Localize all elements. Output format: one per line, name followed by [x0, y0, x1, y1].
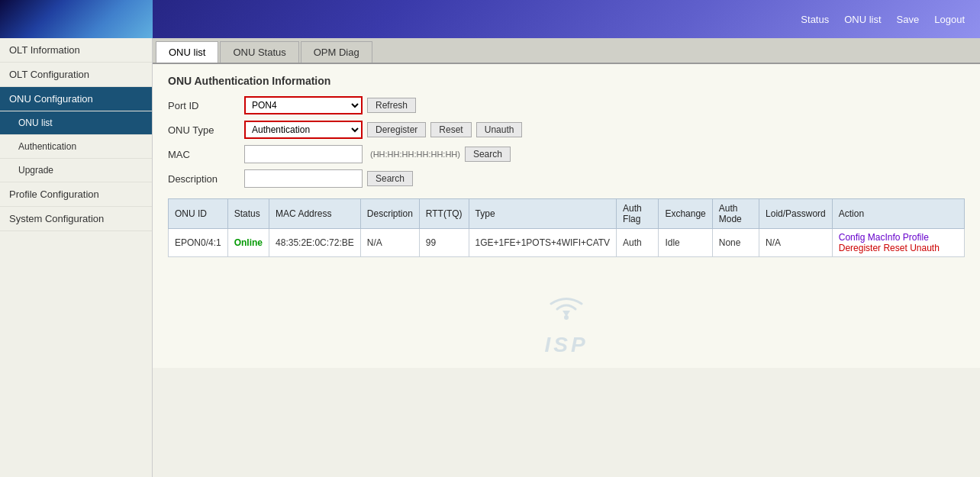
- reset-button[interactable]: Reset: [430, 122, 471, 137]
- description-search-button[interactable]: Search: [367, 171, 413, 186]
- onu-type-row: ONU Type All Authentication Plug and Pla…: [168, 121, 965, 139]
- port-id-label: Port ID: [168, 100, 244, 111]
- action-config[interactable]: Config: [839, 232, 866, 243]
- description-label: Description: [168, 173, 244, 185]
- refresh-button[interactable]: Refresh: [367, 98, 416, 113]
- col-loid-password: Loid/Password: [759, 199, 833, 229]
- mac-hint: (HH:HH:HH:HH:HH:HH): [370, 150, 460, 159]
- cell-action: Config MacInfo Profile Deregister Reset …: [832, 229, 964, 257]
- svg-point-0: [564, 315, 569, 320]
- port-id-control: PON1 PON2 PON3 PON4 PON5 PON6 PON7 PON8 …: [244, 96, 416, 114]
- cell-exchange: Idle: [659, 229, 712, 257]
- mac-label: MAC: [168, 149, 244, 160]
- col-auth-mode: Auth Mode: [712, 199, 759, 229]
- col-status: Status: [227, 199, 269, 229]
- nav-save[interactable]: Save: [897, 14, 920, 25]
- col-rtt: RTT(TQ): [419, 199, 469, 229]
- sidebar-item-upgrade[interactable]: Upgrade: [0, 159, 152, 182]
- description-row: Description Search: [168, 169, 965, 188]
- watermark-text: ISP: [168, 333, 965, 357]
- sidebar-item-olt-configuration[interactable]: OLT Configuration: [0, 63, 152, 87]
- sidebar: OLT Information OLT Configuration ONU Co…: [0, 38, 153, 477]
- main-layout: OLT Information OLT Configuration ONU Co…: [0, 38, 980, 477]
- wifi-icon: [168, 288, 965, 333]
- sidebar-item-onu-configuration[interactable]: ONU Configuration: [0, 87, 152, 111]
- sidebar-item-profile-configuration[interactable]: Profile Configuration: [0, 182, 152, 207]
- nav-logout[interactable]: Logout: [934, 14, 965, 25]
- content-area: ONU list ONU Status OPM Diag ONU Authent…: [153, 38, 980, 477]
- col-action: Action: [832, 199, 964, 229]
- description-input[interactable]: [244, 169, 363, 188]
- col-onu-id: ONU ID: [169, 199, 228, 229]
- mac-row: MAC (HH:HH:HH:HH:HH:HH) Search: [168, 145, 965, 163]
- sidebar-item-onu-list[interactable]: ONU list: [0, 111, 152, 135]
- action-deregister[interactable]: Deregister: [839, 243, 881, 253]
- tab-onu-status[interactable]: ONU Status: [220, 41, 298, 63]
- col-description: Description: [360, 199, 419, 229]
- port-id-row: Port ID PON1 PON2 PON3 PON4 PON5 PON6 PO…: [168, 96, 965, 114]
- sidebar-item-system-configuration[interactable]: System Configuration: [0, 207, 152, 231]
- mac-search-button[interactable]: Search: [465, 147, 511, 162]
- col-mac-address: MAC Address: [269, 199, 361, 229]
- action-unauth[interactable]: Unauth: [910, 243, 940, 253]
- tab-opm-diag[interactable]: OPM Diag: [301, 41, 372, 63]
- mac-input[interactable]: [244, 145, 363, 163]
- sidebar-item-authentication[interactable]: Authentication: [0, 135, 152, 159]
- tab-bar: ONU list ONU Status OPM Diag: [153, 38, 980, 64]
- cell-onu-id: EPON0/4:1: [169, 229, 228, 257]
- onu-type-control: All Authentication Plug and Play Deregis…: [244, 121, 522, 139]
- cell-type: 1GE+1FE+1POTS+4WIFI+CATV: [469, 229, 617, 257]
- mac-control: (HH:HH:HH:HH:HH:HH) Search: [244, 145, 511, 163]
- watermark: ISP: [168, 288, 965, 357]
- cell-auth-mode: None: [712, 229, 759, 257]
- onu-type-label: ONU Type: [168, 124, 244, 136]
- sidebar-item-olt-information[interactable]: OLT Information: [0, 38, 152, 63]
- top-header: Status ONU list Save Logout: [0, 0, 980, 38]
- page-title: ONU Authentication Information: [168, 75, 965, 87]
- col-exchange: Exchange: [659, 199, 712, 229]
- table-row: EPON0/4:1 Online 48:35:2E:0C:72:BE N/A 9…: [169, 229, 965, 257]
- port-id-select[interactable]: PON1 PON2 PON3 PON4 PON5 PON6 PON7 PON8: [244, 96, 363, 114]
- action-profile[interactable]: Profile: [903, 232, 929, 243]
- header-nav: Status ONU list Save Logout: [801, 14, 965, 25]
- cell-status: Online: [227, 229, 269, 257]
- action-reset[interactable]: Reset: [883, 243, 907, 253]
- header-background: [0, 0, 153, 38]
- cell-rtt: 99: [419, 229, 469, 257]
- action-macinfo[interactable]: MacInfo: [868, 232, 901, 243]
- tab-onu-list[interactable]: ONU list: [156, 41, 218, 63]
- onu-type-select[interactable]: All Authentication Plug and Play: [244, 121, 363, 139]
- cell-description: N/A: [360, 229, 419, 257]
- col-type: Type: [469, 199, 617, 229]
- cell-mac: 48:35:2E:0C:72:BE: [269, 229, 361, 257]
- unauth-button[interactable]: Unauth: [476, 122, 523, 137]
- nav-onu-list[interactable]: ONU list: [844, 14, 881, 25]
- onu-table: ONU ID Status MAC Address Description RT…: [168, 198, 965, 257]
- description-control: Search: [244, 169, 413, 188]
- cell-auth-flag: Auth: [617, 229, 659, 257]
- col-auth-flag: Auth Flag: [617, 199, 659, 229]
- deregister-button[interactable]: Deregister: [367, 122, 426, 137]
- cell-loid-password: N/A: [759, 229, 833, 257]
- page-content: ONU Authentication Information Port ID P…: [153, 64, 980, 368]
- nav-status[interactable]: Status: [801, 14, 829, 25]
